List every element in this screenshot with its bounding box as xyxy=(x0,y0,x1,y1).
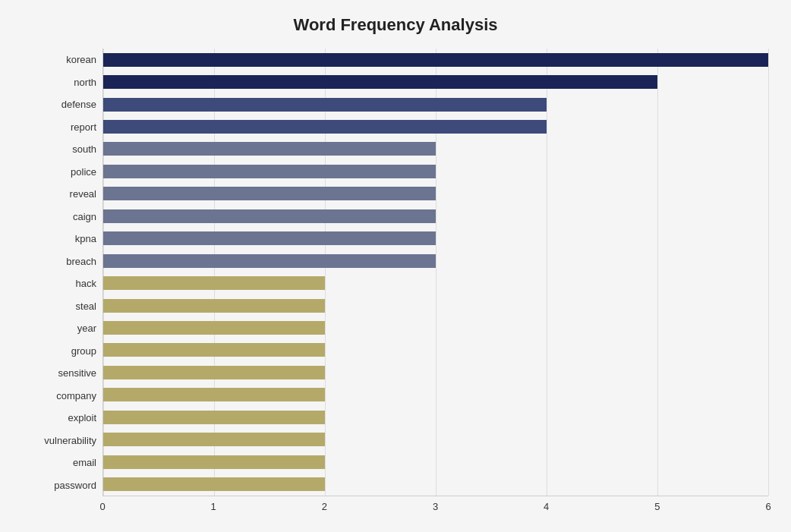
bar-row xyxy=(103,118,768,135)
grid-line xyxy=(325,49,326,496)
bar-row xyxy=(103,297,768,314)
bar-row xyxy=(103,476,768,493)
grid-line xyxy=(214,49,215,496)
y-axis-label: sensitive xyxy=(58,368,96,378)
bar xyxy=(103,411,325,424)
y-axis-label: defense xyxy=(61,99,96,109)
bar-row xyxy=(103,208,768,225)
bar-row xyxy=(103,96,768,113)
bar-row xyxy=(103,253,768,269)
y-axis-label: steal xyxy=(76,301,96,311)
chart-area: koreannorthdefensereportsouthpolicerevea… xyxy=(23,49,768,496)
bar xyxy=(103,120,547,134)
x-axis: 0123456 xyxy=(102,496,768,515)
x-tick-label: 5 xyxy=(654,501,660,512)
bar-row xyxy=(103,431,768,448)
x-tick-label: 4 xyxy=(544,501,549,512)
chart-title: Word Frequency Analysis xyxy=(23,15,768,35)
grid-line xyxy=(547,49,547,496)
grid-line xyxy=(436,49,436,496)
bar xyxy=(103,142,436,156)
bar xyxy=(103,343,325,357)
bar-row xyxy=(103,74,768,90)
bar-row xyxy=(103,140,768,157)
x-tick-label: 3 xyxy=(433,501,438,512)
bar xyxy=(103,299,325,313)
bar-row xyxy=(103,275,768,291)
y-axis-label: exploit xyxy=(68,413,96,423)
y-axis-label: caign xyxy=(73,212,96,222)
bar xyxy=(103,433,325,446)
y-axis-label: group xyxy=(71,346,96,356)
bar xyxy=(103,276,325,290)
y-axis-label: reveal xyxy=(70,189,96,199)
bar-row xyxy=(103,230,768,247)
chart-container: Word Frequency Analysis koreannorthdefen… xyxy=(0,0,791,532)
y-axis-label: year xyxy=(77,323,96,333)
bar-row xyxy=(103,364,768,381)
bar-row xyxy=(103,409,768,426)
bar xyxy=(103,388,325,401)
y-axis-label: password xyxy=(54,480,96,490)
bar xyxy=(103,165,436,178)
grid-lines xyxy=(103,49,768,496)
bar-row xyxy=(103,52,768,68)
y-axis-label: vulnerability xyxy=(44,436,96,445)
bar xyxy=(103,53,768,67)
bar-row xyxy=(103,163,768,180)
bar xyxy=(103,321,325,335)
y-axis-label: company xyxy=(56,391,96,401)
bar xyxy=(103,209,436,223)
grid-line xyxy=(103,49,104,496)
y-axis-label: breach xyxy=(66,257,96,266)
bar xyxy=(103,254,436,268)
bar xyxy=(103,455,325,469)
bars-and-grid xyxy=(102,49,768,496)
y-axis-label: hack xyxy=(76,279,96,288)
grid-line xyxy=(768,49,769,496)
bar-row xyxy=(103,342,768,358)
y-axis-label: email xyxy=(73,458,96,467)
x-tick-label: 6 xyxy=(765,501,771,512)
bar xyxy=(103,477,325,491)
y-axis-label: korean xyxy=(66,55,96,65)
y-axis-label: south xyxy=(72,144,96,154)
y-axis-labels: koreannorthdefensereportsouthpolicerevea… xyxy=(23,49,102,496)
bar-row xyxy=(103,320,768,336)
y-axis-label: police xyxy=(71,167,96,177)
y-axis-label: report xyxy=(71,122,96,132)
bar xyxy=(103,187,436,200)
x-tick-label: 1 xyxy=(211,501,216,512)
bar-row xyxy=(103,185,768,202)
bar-row xyxy=(103,454,768,471)
y-axis-label: north xyxy=(74,77,96,87)
bar xyxy=(103,231,436,245)
x-tick-label: 0 xyxy=(99,501,105,512)
bar xyxy=(103,366,325,379)
y-axis-label: kpna xyxy=(75,234,96,244)
bar xyxy=(103,75,657,89)
bar-row xyxy=(103,386,768,403)
bar xyxy=(103,98,547,112)
x-tick-label: 2 xyxy=(322,501,327,512)
grid-line xyxy=(657,49,658,496)
